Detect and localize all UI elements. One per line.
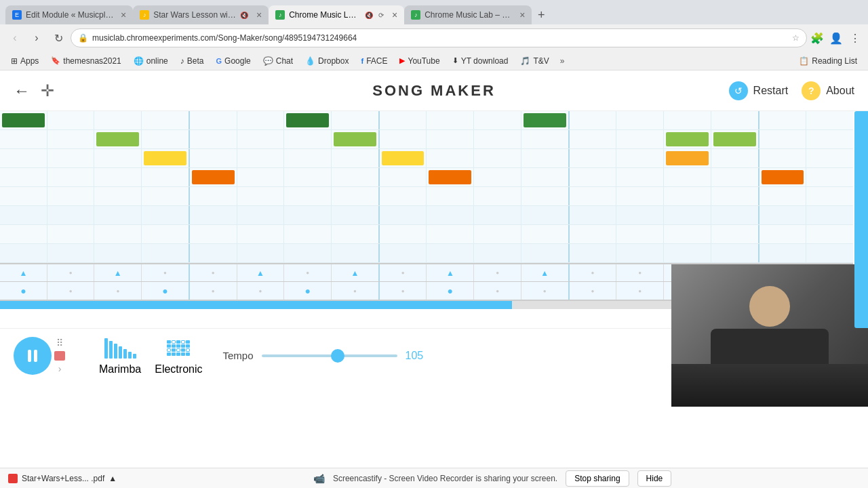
grid-cell[interactable]	[474, 187, 521, 205]
perc-cell[interactable]: ▲	[0, 264, 47, 281]
perc-cell[interactable]: ●	[616, 264, 664, 281]
chrome-menu-icon[interactable]: ⋮	[848, 30, 863, 45]
tab-close-3[interactable]: ×	[392, 9, 397, 20]
perc-cell[interactable]: ▲	[237, 264, 285, 281]
grid-cell[interactable]	[711, 225, 760, 243]
grid-cell[interactable]	[806, 244, 853, 262]
grid-cell[interactable]	[0, 149, 47, 167]
grid-cell[interactable]	[570, 244, 617, 262]
stop-sharing-button[interactable]: Stop sharing	[566, 470, 629, 487]
grid-cell[interactable]	[760, 111, 807, 129]
grid-cell[interactable]	[332, 168, 380, 186]
grid-cell[interactable]	[47, 111, 95, 129]
perc-cell[interactable]: ●	[521, 282, 570, 300]
grid-row-4[interactable]	[0, 187, 853, 206]
grid-cell[interactable]	[380, 244, 427, 262]
refresh-button[interactable]: ↻	[49, 28, 68, 47]
grid-cell[interactable]	[237, 168, 285, 186]
grid-cell[interactable]	[142, 149, 190, 167]
grid-cell[interactable]	[142, 225, 190, 243]
grid-cell[interactable]	[0, 225, 47, 243]
stop-button[interactable]	[54, 351, 65, 361]
grid-row-7[interactable]	[0, 244, 853, 263]
grid-cell[interactable]	[237, 130, 285, 148]
grid-cell[interactable]	[237, 187, 285, 205]
bookmark-google[interactable]: G Google	[210, 55, 256, 67]
tab-1[interactable]: E Edit Module « MusicplayOnli... ×	[5, 5, 133, 24]
grid-cell[interactable]	[570, 206, 617, 224]
bookmark-beta[interactable]: ♪ Beta	[175, 55, 210, 67]
grid-cell[interactable]	[427, 130, 474, 148]
bookmark-themesnas[interactable]: 🔖 themesnas2021	[45, 55, 126, 67]
grid-cell[interactable]	[760, 149, 807, 167]
grid-row-1[interactable]	[0, 130, 853, 149]
grid-cell[interactable]	[94, 168, 142, 186]
bookmark-chat[interactable]: 💬 Chat	[258, 55, 298, 67]
grid-cell[interactable]	[521, 225, 570, 243]
perc-cell[interactable]: ●	[616, 282, 664, 300]
grid-cell[interactable]	[427, 111, 474, 129]
grid-cell[interactable]	[521, 244, 570, 262]
grid-cell[interactable]	[474, 225, 521, 243]
grid-cell[interactable]	[142, 244, 190, 262]
grid-cell[interactable]	[806, 149, 853, 167]
grid-cell[interactable]	[806, 111, 853, 129]
bookmark-online[interactable]: 🌐 online	[128, 55, 174, 67]
grid-cell[interactable]	[94, 130, 142, 148]
grid-cell[interactable]	[380, 149, 427, 167]
grid-cell[interactable]	[190, 225, 237, 243]
grid-cell[interactable]	[380, 168, 427, 186]
grid-cell[interactable]	[760, 168, 807, 186]
grid-cell[interactable]	[474, 244, 521, 262]
grid-cell[interactable]	[332, 244, 380, 262]
grid-cell[interactable]	[0, 168, 47, 186]
grid-cell[interactable]	[427, 149, 474, 167]
grid-cell[interactable]	[190, 244, 237, 262]
grid-cell[interactable]	[284, 187, 332, 205]
perc-cell[interactable]: ●	[142, 264, 190, 281]
grid-cell[interactable]	[190, 111, 237, 129]
scroll-indicator[interactable]	[854, 111, 868, 328]
grid-cell[interactable]	[521, 149, 570, 167]
grid-cell[interactable]	[94, 225, 142, 243]
perc-cell[interactable]: ●	[380, 264, 427, 281]
new-tab-button[interactable]: +	[532, 5, 551, 24]
grid-cell[interactable]	[190, 130, 237, 148]
grid-cell[interactable]	[521, 168, 570, 186]
grid-cell[interactable]	[380, 130, 427, 148]
tab-close-1[interactable]: ×	[121, 9, 126, 20]
grid-cell[interactable]	[570, 225, 617, 243]
grid-cell[interactable]	[47, 149, 95, 167]
grid-cell[interactable]	[47, 244, 95, 262]
grid-cell[interactable]	[427, 244, 474, 262]
perc-cell[interactable]: ▲	[332, 264, 380, 281]
grid-cell[interactable]	[142, 168, 190, 186]
grid-cell[interactable]	[190, 149, 237, 167]
grid-cell[interactable]	[190, 187, 237, 205]
grid-cell[interactable]	[332, 130, 380, 148]
perc-cell[interactable]: ●	[190, 264, 237, 281]
grid-cell[interactable]	[616, 206, 664, 224]
grid-cell[interactable]	[284, 225, 332, 243]
grid-cell[interactable]	[570, 168, 617, 186]
perc-cell[interactable]: ●	[380, 282, 427, 300]
grid-cell[interactable]	[427, 168, 474, 186]
grid-cell[interactable]	[521, 187, 570, 205]
perc-cell[interactable]: ●	[94, 282, 142, 300]
perc-cell[interactable]: ●	[0, 282, 47, 300]
grid-cell[interactable]	[142, 130, 190, 148]
grid-cell[interactable]	[0, 111, 47, 129]
grid-cell[interactable]	[284, 244, 332, 262]
grid-cell[interactable]	[237, 111, 285, 129]
grid-cell[interactable]	[0, 206, 47, 224]
grid-cell[interactable]	[521, 130, 570, 148]
grid-cell[interactable]	[806, 130, 853, 148]
grid-cell[interactable]	[616, 149, 664, 167]
grid-cell[interactable]	[142, 111, 190, 129]
grid-cell[interactable]	[94, 187, 142, 205]
perc-cell[interactable]: ●	[474, 282, 521, 300]
grid-cell[interactable]	[521, 111, 570, 129]
grid-cell[interactable]	[664, 149, 711, 167]
grid-row-6[interactable]	[0, 225, 853, 244]
grid-row-3[interactable]	[0, 168, 853, 187]
